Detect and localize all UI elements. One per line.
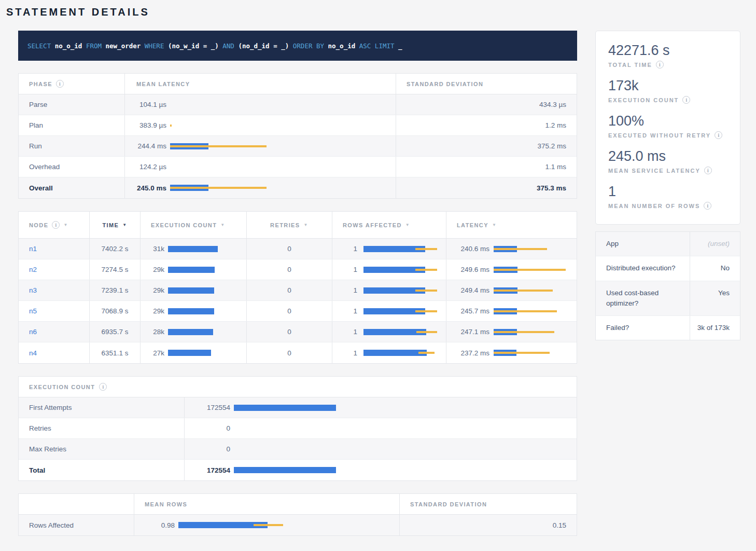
- attribute-row: Failed?3k of 173k: [596, 316, 740, 340]
- info-icon[interactable]: [52, 221, 60, 229]
- stddev-whisker: [494, 290, 553, 292]
- time-cell: 7068.9 s: [90, 301, 141, 321]
- retries-header-label: RETRIES: [270, 222, 300, 228]
- execution-row-value: 172554: [185, 404, 230, 411]
- stddev-whisker: [170, 125, 172, 127]
- stddev-whisker: [416, 331, 437, 333]
- attribute-value: Yes: [690, 281, 740, 316]
- info-icon[interactable]: [656, 61, 664, 68]
- rows-affected-value: 1: [332, 307, 357, 315]
- phase-name: Overall: [19, 177, 125, 198]
- stddev-whisker: [415, 290, 437, 292]
- stddev-whisker: [254, 524, 283, 526]
- time-column-header[interactable]: TIME: [90, 212, 141, 238]
- latency-bar: [494, 329, 554, 335]
- mean-rows-column-header: MEAN ROWS: [134, 494, 400, 514]
- info-icon[interactable]: [704, 202, 711, 210]
- sort-arrow-icon[interactable]: [492, 223, 497, 227]
- execution-count-value: 27k: [141, 349, 164, 357]
- execution-row-value-cell: 172554: [185, 460, 577, 480]
- sort-arrow-icon[interactable]: [122, 223, 127, 227]
- stat-label-text: MEAN NUMBER OF ROWS: [608, 203, 700, 209]
- mean-bar: [363, 350, 427, 356]
- attribute-label: Failed?: [596, 316, 690, 340]
- info-icon[interactable]: [56, 80, 64, 88]
- stddev-whisker: [415, 269, 437, 271]
- execution-count-bar: [168, 329, 213, 335]
- node-column-header[interactable]: NODE: [19, 212, 90, 238]
- execution-count-column-header[interactable]: EXECUTION COUNT: [141, 212, 247, 238]
- mean-latency-cell: 383.9 µs: [125, 115, 396, 135]
- info-icon[interactable]: [715, 131, 722, 139]
- std-deviation-value: 0.15: [400, 515, 577, 535]
- sort-arrow-icon[interactable]: [405, 223, 410, 227]
- rows-affected-bar: [363, 350, 435, 356]
- execution-row-label: Total: [19, 460, 185, 480]
- mean-latency-cell: 244.4 ms: [125, 136, 396, 156]
- node-link[interactable]: n2: [29, 266, 37, 273]
- node-row: n46351.1 s27k01237.2 ms: [19, 342, 577, 363]
- rows-affected-cell: 1: [332, 239, 446, 259]
- rows-affected-value: 1: [332, 328, 357, 336]
- latency-cell: 237.2 ms: [446, 342, 577, 363]
- latency-bar: [494, 267, 566, 273]
- statement-attributes-table: App(unset)Distributed execution?NoUsed c…: [595, 231, 740, 340]
- mean-bar: [168, 308, 214, 314]
- info-icon[interactable]: [704, 167, 712, 174]
- stddev-whisker: [494, 310, 557, 312]
- sort-arrow-icon[interactable]: [304, 223, 309, 227]
- mean-rows-bar: [178, 522, 283, 528]
- node-cell: n5: [19, 301, 90, 321]
- node-link[interactable]: n5: [29, 307, 37, 315]
- retries-cell: 0: [247, 280, 332, 300]
- stddev-whisker: [494, 331, 554, 333]
- execution-row-label: Retries: [19, 418, 185, 438]
- execution-count-cell: 29k: [141, 301, 247, 321]
- latency-cell: 247.1 ms: [446, 322, 577, 342]
- node-row: n57068.9 s29k01245.7 ms: [19, 301, 577, 322]
- retries-cell: 0: [247, 259, 332, 280]
- latency-value: 240.6 ms: [446, 245, 489, 253]
- sql-keyword: WHERE: [141, 42, 168, 50]
- summary-stat: 173kEXECUTION COUNT: [608, 78, 727, 104]
- stat-label: TOTAL TIME: [608, 61, 727, 68]
- rows-affected-value: 1: [332, 266, 357, 273]
- retries-cell: 0: [247, 239, 332, 259]
- rows-affected-table: MEAN ROWS STANDARD DEVIATION Rows Affect…: [18, 493, 577, 536]
- node-link[interactable]: n4: [29, 349, 37, 357]
- stddev-whisker: [494, 248, 547, 250]
- mean-latency-header-label: MEAN LATENCY: [136, 81, 190, 87]
- node-cell: n2: [19, 259, 90, 280]
- stddev-whisker: [415, 310, 437, 312]
- sql-identifier: new_order: [106, 42, 141, 50]
- sql-identifier: (no_w_id = _): [168, 42, 219, 50]
- node-link[interactable]: n3: [29, 286, 37, 294]
- stat-label-text: TOTAL TIME: [608, 62, 652, 68]
- rows-affected-bar: [363, 287, 437, 294]
- rows-affected-row: Rows Affected0.980.15: [19, 515, 577, 535]
- execution-row-label: Max Retries: [19, 439, 185, 459]
- rows-affected-bar: [363, 308, 437, 314]
- sort-arrow-icon[interactable]: [220, 223, 225, 227]
- execution-row-value-cell: 0: [185, 439, 577, 459]
- phase-column-header[interactable]: PHASE: [19, 74, 125, 94]
- mean-latency-cell: 245.0 ms: [125, 177, 396, 198]
- phase-name: Plan: [19, 115, 125, 135]
- latency-value: 247.1 ms: [446, 328, 489, 336]
- retries-column-header[interactable]: RETRIES: [247, 212, 332, 238]
- latency-column-header[interactable]: LATENCY: [446, 212, 577, 238]
- mean-latency-value: 245.0 ms: [125, 184, 166, 192]
- stat-label: MEAN SERVICE LATENCY: [608, 167, 727, 174]
- phase-row: Overall245.0 ms375.3 ms: [19, 177, 577, 198]
- phase-row: Parse104.1 µs434.3 µs: [19, 94, 577, 115]
- stat-label-text: MEAN SERVICE LATENCY: [608, 168, 701, 174]
- mean-latency-column-header: MEAN LATENCY: [125, 74, 396, 94]
- node-link[interactable]: n6: [29, 328, 37, 336]
- info-icon[interactable]: [99, 383, 107, 391]
- node-link[interactable]: n1: [29, 245, 37, 253]
- execution-count-cell: 29k: [141, 280, 247, 300]
- execution-count-cell: 31k: [141, 239, 247, 259]
- info-icon[interactable]: [682, 96, 690, 104]
- sort-arrow-icon[interactable]: [63, 223, 68, 227]
- rows-affected-column-header[interactable]: ROWS AFFECTED: [332, 212, 446, 238]
